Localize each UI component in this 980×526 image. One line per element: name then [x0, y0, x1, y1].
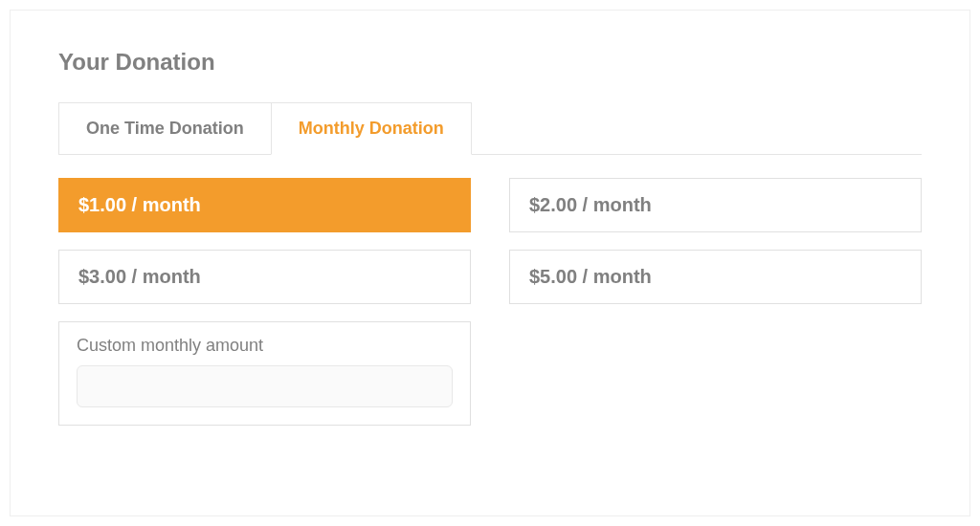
custom-amount-input[interactable] [77, 365, 453, 407]
amount-option-1[interactable]: $1.00 / month [58, 178, 471, 232]
amount-option-2[interactable]: $2.00 / month [509, 178, 922, 232]
amount-options-grid: $1.00 / month $2.00 / month $3.00 / mont… [58, 178, 922, 426]
amount-option-3[interactable]: $3.00 / month [58, 250, 471, 304]
tab-one-time[interactable]: One Time Donation [58, 102, 272, 154]
donation-type-tabs: One Time Donation Monthly Donation [58, 102, 922, 155]
amount-option-5[interactable]: $5.00 / month [509, 250, 922, 304]
donation-form: Your Donation One Time Donation Monthly … [10, 10, 970, 516]
tab-monthly[interactable]: Monthly Donation [271, 102, 472, 155]
custom-amount-label: Custom monthly amount [77, 336, 453, 356]
section-heading: Your Donation [58, 49, 922, 76]
custom-amount-box: Custom monthly amount [58, 321, 471, 426]
